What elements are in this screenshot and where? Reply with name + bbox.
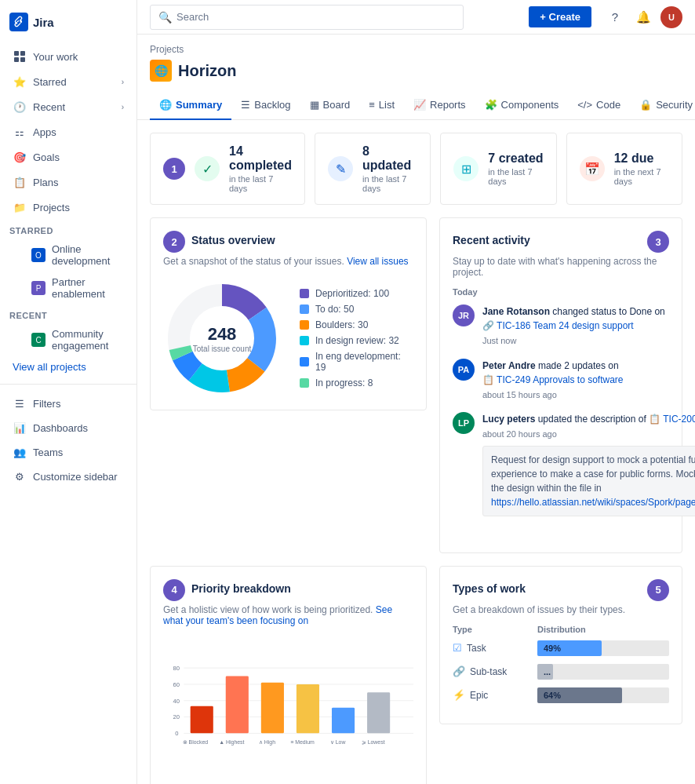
step-badge-4: 4 bbox=[163, 579, 185, 601]
tab-security[interactable]: 🔒 Security bbox=[630, 91, 695, 120]
sidebar-item-dashboards[interactable]: 📊 Dashboards bbox=[3, 416, 133, 439]
project-header: Projects 🌐 Horizon bbox=[137, 35, 695, 91]
search-box[interactable]: 🔍 Search bbox=[150, 5, 464, 30]
partner-icon: P bbox=[31, 281, 45, 295]
activity-link-3[interactable]: 📋 TIC-200 Budget tools bbox=[649, 412, 695, 426]
tab-reports[interactable]: 📈 Reports bbox=[404, 91, 475, 120]
security-tab-icon: 🔒 bbox=[639, 99, 652, 111]
due-sub: in the next 7 days bbox=[614, 167, 669, 186]
view-all-issues-link[interactable]: View all issues bbox=[347, 256, 408, 267]
tab-summary[interactable]: 🌐 Summary bbox=[150, 91, 231, 120]
create-button[interactable]: + Create bbox=[529, 6, 591, 27]
legend-label: In progress: 8 bbox=[315, 377, 373, 388]
filters-icon: ☰ bbox=[13, 396, 27, 410]
recent-icon: 🕐 bbox=[13, 100, 27, 114]
tab-list-label: List bbox=[379, 99, 395, 111]
svg-rect-0 bbox=[14, 51, 19, 56]
tab-backlog[interactable]: ☰ Backlog bbox=[231, 91, 300, 120]
tab-summary-label: Summary bbox=[176, 99, 222, 111]
tab-code-label: Code bbox=[596, 99, 620, 111]
created-info: 7 created in the last 7 days bbox=[488, 151, 543, 186]
activity-avatar-3: LP bbox=[453, 412, 475, 434]
legend-item: In design review: 32 bbox=[300, 335, 413, 346]
activity-link-2[interactable]: 📋 TIC-249 Approvals to software bbox=[482, 373, 624, 387]
activity-desc: Stay up to date with what's happening ac… bbox=[453, 256, 669, 278]
subtask-bar-bg: ... bbox=[537, 664, 669, 680]
sidebar-item-plans[interactable]: 📋 Plans bbox=[3, 170, 133, 194]
svg-text:∨ Low: ∨ Low bbox=[330, 739, 347, 745]
activity-link-1[interactable]: 🔗 TIC-186 Team 24 design support bbox=[482, 319, 634, 333]
project-icon: 🌐 bbox=[150, 60, 172, 82]
types-title: Types of work bbox=[453, 582, 526, 595]
sidebar-item-filters[interactable]: ☰ Filters bbox=[3, 392, 133, 415]
activity-item-1: JR Jane Rotanson changed status to Done … bbox=[453, 304, 669, 348]
due-icon: 📅 bbox=[580, 156, 605, 181]
legend-dot-progress bbox=[300, 378, 309, 388]
epic-label: Epic bbox=[470, 690, 488, 701]
user-avatar[interactable]: U bbox=[660, 6, 682, 28]
updated-icon: ✎ bbox=[328, 156, 353, 181]
stat-due: 📅 12 due in the next 7 days bbox=[566, 133, 682, 205]
task-bar-bg: 49% bbox=[537, 640, 669, 656]
legend-dot-boulders bbox=[300, 320, 309, 330]
sidebar-item-recent[interactable]: 🕐 Recent › bbox=[3, 95, 133, 119]
subtask-dist: ... bbox=[537, 664, 669, 680]
status-overview-header-left: 2 Status overview Get a snapshot of the … bbox=[163, 231, 409, 276]
topbar-icons: ? 🔔 U bbox=[604, 6, 682, 28]
svg-rect-22 bbox=[226, 676, 249, 733]
priority-link[interactable]: See what your team's been focusing on bbox=[163, 604, 392, 626]
star-icon: ⭐ bbox=[13, 75, 27, 89]
bar-chart: 80 60 40 20 0 bbox=[163, 636, 413, 785]
created-sub: in the last 7 days bbox=[488, 167, 543, 186]
priority-panel: 4 Priority breakdown Get a holistic view… bbox=[150, 566, 427, 785]
tab-board[interactable]: ▦ Board bbox=[300, 91, 360, 120]
svg-text:⩾ Lowest: ⩾ Lowest bbox=[362, 739, 385, 745]
plans-icon: 📋 bbox=[13, 175, 27, 189]
epic-dist: 64% bbox=[537, 687, 669, 703]
svg-text:80: 80 bbox=[173, 664, 179, 671]
app-logo[interactable]: Jira bbox=[0, 6, 136, 44]
two-col-row-1: 2 Status overview Get a snapshot of the … bbox=[150, 217, 682, 553]
col-type-header: Type bbox=[453, 625, 531, 634]
sidebar-item-projects[interactable]: 📁 Projects bbox=[3, 195, 133, 219]
step-badge-3: 3 bbox=[647, 231, 669, 253]
view-all-projects[interactable]: View all projects bbox=[3, 357, 133, 377]
svg-rect-3 bbox=[20, 57, 25, 62]
sidebar-item-goals[interactable]: 🎯 Goals bbox=[3, 145, 133, 169]
legend-item: Deprioritized: 100 bbox=[300, 288, 413, 299]
sidebar-item-community[interactable]: C Community engagement bbox=[3, 324, 133, 356]
sidebar-item-teams[interactable]: 👥 Teams bbox=[3, 440, 133, 464]
sidebar-item-apps[interactable]: ⚏ Apps bbox=[3, 120, 133, 144]
sidebar-item-your-work[interactable]: Your work bbox=[3, 45, 133, 68]
activity-body-3: Lucy peters updated the description of 📋… bbox=[482, 412, 695, 516]
activity-note-link[interactable]: https://hello.atlassian.net/wiki/spaces/… bbox=[491, 495, 695, 509]
tab-bar: 🌐 Summary ☰ Backlog ▦ Board ≡ List 📈 Rep… bbox=[137, 91, 695, 120]
legend-label: Boulders: 30 bbox=[315, 319, 368, 330]
updated-info: 8 updated in the last 7 days bbox=[362, 144, 417, 193]
sidebar-item-partner[interactable]: P Partner enablement bbox=[3, 272, 133, 304]
community-label: Community engagement bbox=[52, 328, 124, 352]
task-dist: 49% bbox=[537, 640, 669, 656]
completed-sub: in the last 7 days bbox=[229, 174, 292, 193]
tab-components[interactable]: 🧩 Components bbox=[475, 91, 569, 120]
svg-text:40: 40 bbox=[173, 697, 179, 704]
help-icon[interactable]: ? bbox=[604, 6, 626, 28]
activity-item-3: LP Lucy peters updated the description o… bbox=[453, 412, 669, 516]
task-bar-fill: 49% bbox=[537, 640, 602, 656]
sidebar-item-online-dev[interactable]: O Online development bbox=[3, 239, 133, 271]
project-title-row: 🌐 Horizon bbox=[150, 60, 682, 82]
tab-code[interactable]: </> Code bbox=[568, 91, 630, 120]
partner-label: Partner enablement bbox=[52, 276, 124, 300]
completed-info: 14 completed in the last 7 days bbox=[229, 144, 292, 193]
apps-icon: ⚏ bbox=[13, 125, 27, 139]
tab-list[interactable]: ≡ List bbox=[359, 91, 404, 120]
stat-updated: ✎ 8 updated in the last 7 days bbox=[315, 133, 431, 205]
notification-icon[interactable]: 🔔 bbox=[632, 6, 654, 28]
sidebar-item-customize[interactable]: ⚙ Customize sidebar bbox=[3, 465, 133, 488]
recent-label: Recent bbox=[33, 101, 65, 113]
types-table-header: Type Distribution bbox=[453, 625, 669, 634]
legend-dot-eng bbox=[300, 357, 309, 366]
sidebar-item-starred[interactable]: ⭐ Starred › bbox=[3, 70, 133, 93]
list-tab-icon: ≡ bbox=[369, 99, 375, 111]
step-badge-2: 2 bbox=[163, 231, 185, 253]
